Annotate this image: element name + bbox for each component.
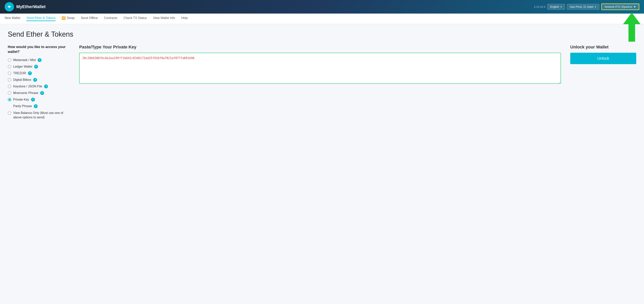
network-label: Network ETC (Epool.io: [604, 5, 632, 8]
help-icon-mnemonic[interactable]: ?: [40, 91, 44, 95]
language-label: English: [550, 5, 559, 8]
radio-label-keystore: Keystore / JSON File: [13, 85, 42, 88]
gas-price-label: Gas Price: 21 Gwei: [570, 5, 593, 8]
access-heading: How would you like to access your wallet…: [8, 45, 70, 54]
language-chevron-icon: ▼: [560, 6, 562, 8]
header: MyEtherWallet 3.10.10.3 English ▼ Gas Pr…: [0, 0, 644, 13]
nav-item-send-offline[interactable]: Send Offline: [81, 16, 98, 21]
radio-label-ledger: Ledger Wallet: [13, 65, 32, 68]
radio-label-digital-bitbox: Digital Bitbox: [13, 78, 31, 82]
key-section-heading: Paste/Type Your Private Key: [79, 45, 561, 50]
app-title: MyEtherWallet: [16, 4, 46, 9]
main-content: Send Ether & Tokens How would you like t…: [0, 24, 644, 304]
help-icon-digital-bitbox[interactable]: ?: [33, 78, 37, 82]
radio-trezor[interactable]: TREZOR ?: [8, 71, 70, 75]
help-icon-metamask[interactable]: ?: [38, 58, 42, 62]
radio-circle-trezor[interactable]: [8, 71, 11, 75]
help-icon-parity[interactable]: ?: [34, 104, 38, 108]
nav-item-swap[interactable]: 🔀 Swap: [62, 16, 74, 21]
nav-item-help[interactable]: Help: [181, 16, 188, 21]
radio-circle-metamask[interactable]: [8, 58, 11, 62]
radio-circle-private-key[interactable]: [8, 98, 11, 101]
radio-ledger[interactable]: Ledger Wallet ?: [8, 65, 70, 69]
swap-icon: 🔀: [62, 16, 66, 20]
help-icon-trezor[interactable]: ?: [28, 71, 32, 75]
logo-area: MyEtherWallet: [5, 2, 46, 11]
key-panel: Paste/Type Your Private Key 20c28b6386fb…: [79, 45, 561, 84]
radio-circle-digital-bitbox[interactable]: [8, 78, 11, 82]
green-arrow-indicator: [623, 12, 640, 42]
header-controls: 3.10.10.3 English ▼ Gas Price: 21 Gwei ▼…: [534, 3, 639, 10]
nav-item-send-ether[interactable]: Send Ether & Tokens: [26, 16, 56, 21]
help-icon-private-key[interactable]: ?: [31, 98, 35, 102]
unlock-panel: Unlock your Wallet Unlock: [570, 45, 636, 64]
nav-item-contracts[interactable]: Contracts: [104, 16, 117, 21]
svg-marker-1: [623, 12, 640, 42]
version-label: 3.10.10.3: [534, 5, 545, 8]
radio-circle-mnemonic[interactable]: [8, 91, 11, 95]
radio-keystore[interactable]: Keystore / JSON File ?: [8, 84, 70, 88]
help-icon-ledger[interactable]: ?: [34, 65, 38, 69]
unlock-button[interactable]: Unlock: [570, 53, 636, 64]
help-icon-keystore[interactable]: ?: [44, 84, 48, 88]
unlock-heading: Unlock your Wallet: [570, 45, 636, 50]
radio-private-key[interactable]: Private Key ?: [8, 98, 70, 102]
gas-price-chevron-icon: ▼: [594, 6, 596, 8]
network-chevron-icon: ▼: [633, 5, 636, 8]
radio-digital-bitbox[interactable]: Digital Bitbox ?: [8, 78, 70, 82]
language-dropdown[interactable]: English ▼: [547, 4, 565, 10]
gas-price-dropdown[interactable]: Gas Price: 21 Gwei ▼: [567, 4, 599, 10]
nav-item-check-tx[interactable]: Check TX Status: [124, 16, 147, 21]
nav-item-new-wallet[interactable]: New Wallet: [5, 16, 20, 21]
radio-view-balance[interactable]: View Balance Only (Must use one of above…: [8, 111, 70, 120]
radio-label-trezor: TREZOR: [13, 71, 26, 75]
radio-metamask[interactable]: Metamask / Mist ?: [8, 58, 70, 62]
page-title: Send Ether & Tokens: [8, 30, 636, 38]
radio-circle-keystore[interactable]: [8, 85, 11, 88]
private-key-input[interactable]: 20c28b6386fbc8a1ea195ff1b641c03d6172ad25…: [79, 53, 561, 84]
access-panel: How would you like to access your wallet…: [8, 45, 70, 122]
nav-item-view-wallet[interactable]: View Wallet Info: [153, 16, 175, 21]
radio-mnemonic[interactable]: Mnemonic Phrase ?: [8, 91, 70, 95]
content-grid: How would you like to access your wallet…: [8, 45, 636, 122]
radio-label-view-balance: View Balance Only (Must use one of above…: [13, 111, 70, 120]
radio-label-metamask: Metamask / Mist: [13, 58, 36, 62]
radio-circle-view-balance[interactable]: [8, 111, 11, 115]
network-dropdown[interactable]: Network ETC (Epool.io ▼: [601, 3, 639, 10]
radio-label-private-key: Private Key: [13, 98, 29, 101]
radio-label-mnemonic: Mnemonic Phrase: [13, 91, 38, 95]
navigation: New Wallet Send Ether & Tokens 🔀 Swap Se…: [0, 13, 644, 24]
radio-label-parity: Parity Phrase: [13, 104, 32, 108]
logo-icon: [5, 2, 14, 11]
radio-parity[interactable]: Parity Phrase ?: [13, 104, 70, 108]
radio-circle-ledger[interactable]: [8, 65, 11, 68]
